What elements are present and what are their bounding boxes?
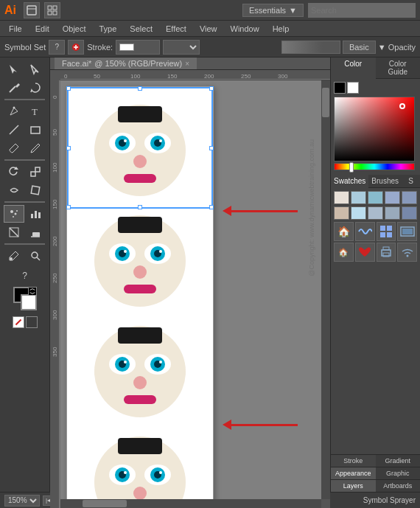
pen-tool[interactable] <box>4 102 24 120</box>
symbol-sprayer-tool active[interactable] <box>4 205 24 223</box>
face-1 <box>81 91 199 202</box>
type-tool[interactable]: T <box>25 102 46 120</box>
menu-type[interactable]: Type <box>94 23 123 35</box>
icon-swatch-home[interactable]: 🏠 <box>334 222 354 241</box>
workspace-icon[interactable] <box>24 2 40 18</box>
icon-swatch-heart[interactable] <box>355 243 375 262</box>
color-picker-gradient[interactable] <box>334 97 415 161</box>
tab-stroke[interactable]: Stroke <box>331 455 376 467</box>
brush-tool[interactable] <box>4 139 24 157</box>
swatch[interactable] <box>368 206 383 220</box>
eraser-tool[interactable] <box>25 223 46 241</box>
swatch[interactable] <box>351 206 366 220</box>
menu-object[interactable]: Object <box>57 23 92 35</box>
select-tool[interactable] <box>4 60 24 78</box>
zoom-select[interactable]: 150% <box>4 495 40 507</box>
menu-window[interactable]: Window <box>225 23 265 35</box>
rotate-tool[interactable] <box>4 163 24 181</box>
symbol-set-picker[interactable] <box>68 40 84 55</box>
stroke-select[interactable] <box>163 40 200 55</box>
eyedropper-tool[interactable] <box>4 247 24 265</box>
direct-select-tool[interactable] <box>25 60 46 78</box>
fill-swatch[interactable] <box>334 82 346 94</box>
svg-rect-97 <box>387 226 392 231</box>
stroke-color-box[interactable] <box>26 316 38 328</box>
warp-tool[interactable] <box>4 181 24 199</box>
slice-tool[interactable] <box>4 223 24 241</box>
icon-swatch-wave[interactable] <box>355 222 375 241</box>
scroll-bar-right[interactable] <box>321 80 330 499</box>
icon-swatch-printer[interactable] <box>377 243 396 262</box>
column-graph-tool[interactable] <box>25 205 46 223</box>
icon-swatch-grid[interactable] <box>377 222 396 241</box>
stroke-swatch[interactable] <box>347 82 359 94</box>
swatch[interactable] <box>385 191 400 204</box>
menu-effect[interactable]: Effect <box>160 23 192 35</box>
tab-color[interactable]: Color <box>331 58 376 79</box>
swatch[interactable] <box>334 206 349 220</box>
zoom-tool[interactable] <box>25 247 46 265</box>
line-tool[interactable] <box>4 121 24 139</box>
swatch[interactable] <box>402 191 417 204</box>
svg-point-19 <box>13 216 14 218</box>
swatch[interactable] <box>385 206 400 220</box>
tab-color-guide[interactable]: Color Guide <box>376 58 421 79</box>
svg-rect-0 <box>27 6 36 15</box>
menu-view[interactable]: View <box>194 23 223 35</box>
tab-brushes[interactable]: Brushes <box>368 175 402 188</box>
lasso-tool[interactable] <box>25 79 46 97</box>
scroll-bar-bottom[interactable] <box>60 499 321 508</box>
svg-rect-23 <box>38 212 41 218</box>
stroke-display[interactable] <box>116 40 160 55</box>
svg-rect-98 <box>380 232 385 237</box>
color-panel-content <box>331 79 420 173</box>
menu-bar: File Edit Object Type Select Effect View… <box>0 21 420 37</box>
essentials-button[interactable]: Essentials ▼ <box>242 4 304 17</box>
swatch[interactable] <box>351 191 366 204</box>
tab-appearance[interactable]: Appearance <box>331 467 376 479</box>
menu-edit[interactable]: Edit <box>29 23 55 35</box>
help-tool[interactable]: ? <box>17 268 33 283</box>
tab-gradient[interactable]: Gradient <box>376 455 421 467</box>
icon-swatch-wifi[interactable] <box>397 243 417 262</box>
swatch[interactable] <box>334 191 349 204</box>
tab-close[interactable]: × <box>185 60 189 68</box>
swatch[interactable] <box>368 191 383 204</box>
menu-file[interactable]: File <box>3 23 28 35</box>
magic-wand-tool[interactable] <box>4 79 24 97</box>
scale-tool[interactable] <box>25 163 46 181</box>
hue-slider[interactable] <box>334 163 415 170</box>
free-transform-tool[interactable] <box>25 181 46 199</box>
icon-swatch-house2[interactable]: 🏠 <box>334 243 354 262</box>
canvas-paper <box>66 86 214 508</box>
tab-filename: Face.ai* <box>62 59 91 68</box>
background-color[interactable] <box>21 294 37 310</box>
search-input[interactable] <box>308 3 416 18</box>
pencil-tool[interactable] <box>25 139 46 157</box>
tab-graphic[interactable]: Graphic <box>376 467 421 479</box>
canvas-tab[interactable]: Face.ai* @ 150% (RGB/Preview) × <box>55 58 197 69</box>
ruler-vertical: 0 50 100 150 200 250 300 350 <box>50 80 60 508</box>
swatch[interactable] <box>402 206 417 220</box>
face-3 <box>81 313 199 423</box>
svg-text:200: 200 <box>52 236 58 246</box>
arrow-1 <box>223 206 298 216</box>
menu-help[interactable]: Help <box>267 23 295 35</box>
swap-colors[interactable] <box>28 287 37 296</box>
menu-select[interactable]: Select <box>124 23 158 35</box>
fill-color-box[interactable] <box>13 316 24 328</box>
tab-layers[interactable]: Layers <box>331 480 376 492</box>
canvas-area[interactable]: @Copyright: www.dynamicwebtraining.com.a… <box>60 80 330 508</box>
svg-line-30 <box>37 257 40 260</box>
svg-rect-12 <box>31 127 40 133</box>
rect-tool[interactable] <box>25 121 46 139</box>
basic-button[interactable]: Basic <box>343 41 376 54</box>
tab-swatches[interactable]: Swatches <box>331 175 368 188</box>
svg-text:100: 100 <box>52 162 58 173</box>
svg-rect-22 <box>35 211 37 218</box>
tab-s[interactable]: S <box>402 175 420 188</box>
icon-swatch-film[interactable] <box>397 222 417 241</box>
arrange-icon[interactable] <box>44 2 60 18</box>
tab-artboards[interactable]: Artboards <box>376 480 421 492</box>
symbol-set-help[interactable]: ? <box>49 40 65 55</box>
